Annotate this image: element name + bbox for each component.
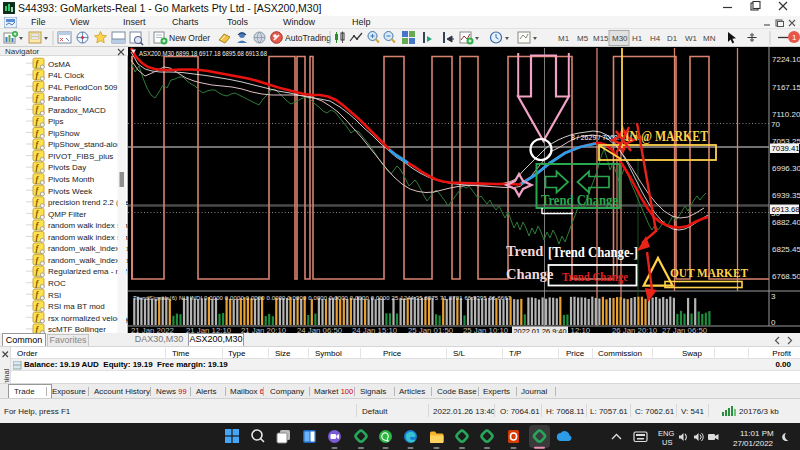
svg-text:11:01 PM: 11:01 PM	[740, 429, 774, 438]
svg-text:random_walk_index(ex: random_walk_index(ex	[48, 256, 128, 265]
svg-text:Trend Change: Trend Change	[562, 269, 628, 284]
svg-text:24 Jan 06:50: 24 Jan 06:50	[297, 326, 343, 333]
svg-text:21 Jan 12:10: 21 Jan 12:10	[186, 326, 232, 333]
svg-text:OUT MARKET: OUT MARKET	[670, 265, 748, 280]
svg-text:25 Jan 01:50: 25 Jan 01:50	[408, 326, 454, 333]
svg-text:6825.45: 6825.45	[772, 245, 800, 254]
svg-text:random_walk_index(ex: random_walk_index(ex	[48, 244, 128, 253]
svg-text:M30: M30	[612, 34, 628, 43]
svg-text:P4L Clock: P4L Clock	[48, 71, 85, 80]
svg-text:Paradox_MACD: Paradox_MACD	[48, 106, 106, 115]
svg-text:M15: M15	[593, 34, 609, 43]
svg-text:TrendSignals(6) NU INDI 0.0000: TrendSignals(6) NU INDI 0.0000 0.0000 0.…	[133, 295, 511, 301]
svg-text:Parabolic: Parabolic	[48, 94, 81, 103]
svg-text:RSI: RSI	[48, 291, 61, 300]
svg-text:6939.35: 6939.35	[772, 191, 800, 200]
svg-text:6913.68: 6913.68	[772, 205, 800, 214]
svg-text:7167.15: 7167.15	[772, 83, 800, 92]
svg-text:AutoTrading: AutoTrading	[285, 33, 331, 43]
svg-text:6768.50: 6768.50	[772, 272, 800, 281]
svg-text:P4L PeriodCon 509: P4L PeriodCon 509	[48, 83, 118, 92]
svg-text:PipShow: PipShow	[48, 129, 80, 138]
svg-text:random walk index sm: random walk index sm	[48, 233, 128, 242]
svg-text:26 Jan 20:10: 26 Jan 20:10	[612, 326, 658, 333]
svg-text:ASX200,M30 6899.18 6917.18 68: ASX200,M30 6899.18 6917.18 6895.68 6913.…	[139, 49, 267, 58]
svg-text:24 Jan 15:10: 24 Jan 15:10	[352, 326, 398, 333]
svg-text:0: 0	[771, 318, 776, 327]
svg-text:ROC: ROC	[48, 279, 66, 288]
svg-text:21 Jan 2022: 21 Jan 2022	[131, 326, 174, 333]
svg-text:D1: D1	[667, 34, 678, 43]
svg-text:[Trend Change-]: [Trend Change-]	[548, 244, 638, 260]
svg-text:New Order: New Order	[169, 33, 210, 43]
svg-text:PipShow_stand-alone: PipShow_stand-alone	[48, 140, 126, 149]
svg-text:precision trend 2.2 (ale: precision trend 2.2 (ale	[48, 198, 128, 207]
svg-text:25 Jan 10:10: 25 Jan 10:10	[463, 326, 509, 333]
svg-text:Change: Change	[506, 266, 554, 282]
svg-text:US: US	[662, 438, 672, 447]
svg-text:M1: M1	[558, 34, 570, 43]
svg-text:7110.20: 7110.20	[772, 110, 800, 119]
svg-text:7039.41: 7039.41	[772, 144, 800, 153]
svg-text:Pivots Day: Pivots Day	[48, 163, 86, 172]
svg-text:Regularized ema - mtf: Regularized ema - mtf	[48, 267, 127, 276]
svg-text:ENG: ENG	[658, 429, 674, 438]
svg-text:MN: MN	[703, 34, 716, 43]
svg-text:PIVOT_FIBS_plus: PIVOT_FIBS_plus	[48, 152, 113, 161]
svg-text:3: 3	[771, 292, 776, 301]
svg-text:7224.10: 7224.10	[772, 55, 800, 64]
svg-text:6996.30: 6996.30	[772, 164, 800, 173]
svg-text:Pivots Week: Pivots Week	[48, 187, 93, 196]
svg-text:Pips: Pips	[48, 117, 64, 126]
svg-text:Trend Change: Trend Change	[541, 192, 618, 208]
svg-text:W1: W1	[685, 34, 698, 43]
svg-text:scMTF Bollinger: scMTF Bollinger	[48, 325, 106, 333]
svg-text:H1: H1	[632, 34, 643, 43]
svg-text:6882.40: 6882.40	[772, 218, 800, 227]
svg-text:M5: M5	[577, 34, 589, 43]
svg-text:70: 70	[771, 120, 780, 129]
svg-text:27 Jan 06:50: 27 Jan 06:50	[662, 326, 708, 333]
svg-text:27/01/2022: 27/01/2022	[733, 439, 774, 448]
svg-text:OsMA: OsMA	[48, 60, 71, 69]
svg-text:random walk index sm: random walk index sm	[48, 221, 128, 230]
svg-text:QMP Filter: QMP Filter	[48, 210, 86, 219]
svg-text:rsx normalized velocity: rsx normalized velocity	[48, 314, 128, 323]
svg-text:RSI ma BT mod: RSI ma BT mod	[48, 302, 105, 311]
svg-text:Trend: Trend	[506, 243, 543, 259]
svg-text:21 Jan 20:10: 21 Jan 20:10	[241, 326, 287, 333]
svg-text:1: 1	[792, 33, 797, 42]
svg-text:Pivots Month: Pivots Month	[48, 175, 94, 184]
svg-text:H4: H4	[650, 34, 661, 43]
